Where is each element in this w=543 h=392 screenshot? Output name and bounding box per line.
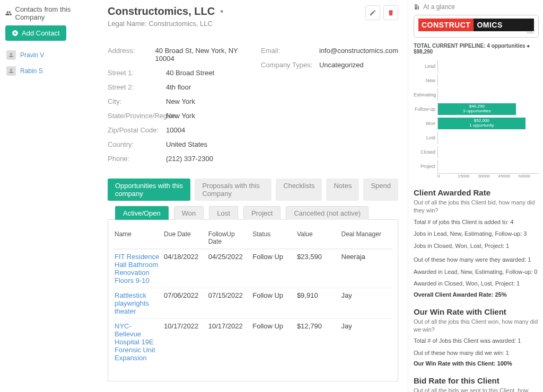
detail-value: (212) 337-2300 [166, 155, 213, 163]
cell: Follow Up [252, 322, 293, 330]
chart-tick: 15000 [458, 174, 478, 179]
chart-bar-zone [437, 131, 539, 144]
winrate-title: Our Win Rate with Client [414, 307, 539, 316]
chart-tick: 30000 [478, 174, 498, 179]
detail-row: Zip/Postal Code:10004 [108, 123, 240, 137]
detail-value: New York [166, 97, 195, 105]
pencil-icon [369, 9, 376, 16]
col-status: Status [252, 230, 293, 245]
subtab-lost[interactable]: Lost [209, 206, 238, 220]
glance-label: At a glance [423, 3, 455, 11]
bidrate-title: Bid Rate for this Client [414, 376, 539, 385]
detail-row: Company Types:Uncategorized [261, 58, 398, 72]
contact-name[interactable]: Rabin S [20, 67, 43, 75]
chart-bar: $46,2903 opportunities [438, 103, 516, 115]
contact-item[interactable]: Pravin V [5, 47, 93, 63]
chart-row: Closed [414, 145, 539, 159]
chart-bar-zone [437, 146, 539, 158]
table-row: FIT Residence Hall Bathroom Renovation F… [113, 249, 392, 288]
stat-line: Out of these how many were they awarded:… [414, 255, 539, 264]
detail-label: Email: [261, 47, 319, 55]
col-mgr: Deal Manager [341, 230, 392, 245]
detail-label: Street 1: [108, 69, 166, 77]
chart-tick: 60000 [519, 174, 539, 179]
tab-proposals-with-this-company[interactable]: Proposals with this Company [195, 179, 272, 201]
detail-row: Address:40 Broad St, New York, NY 10004 [108, 43, 240, 66]
glance-header: At a glance [414, 3, 539, 11]
table-header-row: Name Due Date FollowUp Date Status Value… [113, 227, 392, 249]
detail-label: Address: [108, 47, 155, 63]
cell: 04/18/2022 [164, 253, 204, 261]
avatar [6, 66, 16, 76]
tab-opportunities-with-this-company[interactable]: Opportunities with this company [108, 179, 190, 201]
detail-value: 40 Broad Street [166, 69, 214, 77]
chart-row: New [414, 73, 539, 87]
col-value: Value [297, 230, 337, 245]
cell: Follow Up [252, 291, 293, 299]
detail-label: Phone: [108, 155, 166, 163]
contacts-icon [5, 10, 12, 17]
edit-button[interactable] [365, 5, 380, 20]
chart-category-label: Lost [414, 135, 437, 140]
chart-category-label: Project [414, 164, 437, 169]
avatar [6, 50, 16, 60]
cell: 10/17/2022 [208, 322, 249, 330]
subtab-won[interactable]: Won [174, 206, 204, 220]
delete-button[interactable] [383, 5, 398, 20]
chart-row: Follow-up$46,2903 opportunities [414, 102, 539, 116]
stat-line: Awarded in Lead, New, Estimating, Follow… [414, 268, 539, 277]
table-row: NYC- Bellevue Hospital 19E Forensic Unit… [113, 318, 392, 365]
cell: 10/17/2022 [164, 322, 204, 330]
main-content: Constructomics, LLC • Legal Name: Constr… [98, 0, 408, 392]
chart-bar-zone [437, 74, 539, 87]
table-row: Rattlestick playwrights theater07/06/202… [113, 288, 392, 318]
opportunities-table: Name Due Date FollowUp Date Status Value… [108, 220, 398, 381]
pipeline-chart: LeadNewEstimatingFollow-up$46,2903 oppor… [414, 59, 539, 179]
cell: Jay [341, 322, 392, 330]
subtab-project[interactable]: Project [243, 206, 281, 220]
subtab-cancelled-not-active-[interactable]: Cancelled (not active) [286, 206, 369, 220]
contact-name[interactable]: Pravin V [20, 51, 44, 59]
col-follow: FollowUp Date [208, 230, 249, 245]
stat-line: Jobs in Closed, Won, Lost, Project: 1 [414, 242, 539, 251]
winrate-sub: Out of all the jobs this Client won, how… [414, 318, 539, 334]
detail-label: Company Types: [261, 61, 319, 69]
sub-tabs: Active/OpenWonLostProjectCancelled (not … [108, 204, 398, 220]
chart-category-label: Won [414, 121, 437, 126]
detail-row: Street 2:4th floor [108, 80, 240, 94]
cell: Neeraja [341, 253, 392, 261]
tab-checklists[interactable]: Checklists [276, 179, 322, 201]
detail-value: New York [166, 112, 195, 120]
cell[interactable]: FIT Residence Hall Bathroom Renovation F… [115, 253, 160, 284]
company-logo: CONSTRUCT OMICS LLC [414, 15, 539, 38]
logo-part1: CONSTRUCT [418, 19, 474, 31]
detail-value: Uncategorized [319, 61, 364, 69]
detail-row: Street 1:40 Broad Street [108, 66, 240, 80]
detail-label: Country: [108, 140, 166, 148]
cell: 04/25/2022 [208, 253, 249, 261]
tab-notes[interactable]: Notes [326, 179, 359, 201]
title-dot-icon: • [220, 6, 223, 17]
detail-row: City:New York [108, 94, 240, 109]
detail-label: City: [108, 97, 166, 105]
chart-row: Lost [414, 130, 539, 145]
chart-category-label: Closed [414, 149, 437, 155]
chart-category-label: New [414, 78, 437, 83]
logo-part2: OMICS [474, 19, 534, 31]
contacts-list: Pravin V Rabin S [5, 47, 93, 79]
stat-line: Total # of jobs this Client is added to:… [414, 218, 539, 227]
stat-bold: Overall Client Awarded Rate: 25% [414, 291, 539, 298]
stat-line: Jobs in Lead, New, Estimating, Follow-up… [414, 229, 539, 238]
add-contact-button[interactable]: Add Contact [5, 25, 66, 41]
col-name: Name [115, 230, 160, 245]
detail-label: Zip/Postal Code: [108, 126, 166, 134]
chart-row: Estimating [414, 87, 539, 102]
subtab-active-open[interactable]: Active/Open [115, 206, 169, 220]
legal-name: Legal Name: Constructomics, LLC [108, 20, 223, 28]
col-due: Due Date [164, 230, 204, 245]
cell[interactable]: Rattlestick playwrights theater [115, 291, 160, 315]
cell[interactable]: NYC- Bellevue Hospital 19E Forensic Unit… [115, 322, 160, 362]
detail-label: State/Province/Region: [108, 112, 166, 120]
contact-item[interactable]: Rabin S [5, 63, 93, 79]
tab-spend[interactable]: Spend [363, 179, 398, 201]
